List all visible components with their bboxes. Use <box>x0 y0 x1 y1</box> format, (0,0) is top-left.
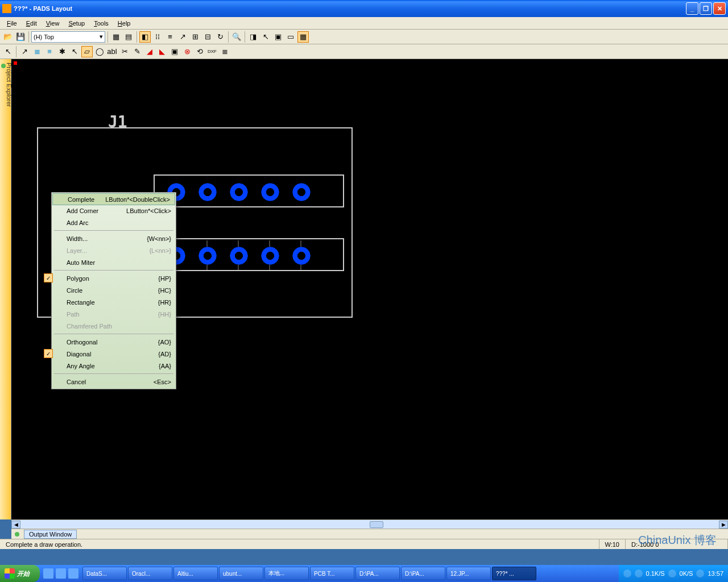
menu-tools[interactable]: Tools <box>89 18 113 28</box>
taskbar-item[interactable]: ???* ... <box>492 567 536 580</box>
ctx-chamfered: Chamfered Path <box>52 320 176 332</box>
tbtn-14[interactable]: ▦ <box>297 31 309 43</box>
tbtn-11[interactable]: ↖ <box>260 31 271 43</box>
ctx-orthogonal[interactable]: Orthogonal{AO} <box>52 336 176 348</box>
pad <box>230 247 248 265</box>
maximize-button[interactable]: ❐ <box>700 2 712 15</box>
select-icon[interactable]: ↖ <box>2 46 14 57</box>
menu-help[interactable]: Help <box>113 18 135 28</box>
menu-setup[interactable]: Setup <box>64 18 89 28</box>
ctx-diagonal[interactable]: ✓Diagonal{AD} <box>52 348 176 360</box>
tbtn-8[interactable]: ⊟ <box>202 31 213 43</box>
tbtn-9[interactable]: ↻ <box>214 31 226 43</box>
close-button[interactable]: ✕ <box>713 2 726 15</box>
menu-edit[interactable]: Edit <box>22 18 42 28</box>
workspace: Project Explorer J1 CompleteLButton*<Dou… <box>0 59 728 519</box>
tbtn-d12[interactable]: ⊗ <box>181 46 193 57</box>
ctx-complete[interactable]: CompleteLButton*<DoubleClick> <box>52 193 175 205</box>
taskbar-item[interactable]: D:\PA... <box>401 567 445 580</box>
ctx-any-angle[interactable]: Any Angle{AA} <box>52 360 176 372</box>
system-tray: 0.1K/S 0K/S 13:57 <box>619 565 728 582</box>
ctx-layer: Layer...{L<nn>} <box>52 244 176 256</box>
quick-launch-icon[interactable] <box>43 568 53 579</box>
taskbar-item[interactable]: DataS... <box>82 567 127 580</box>
layer-dropdown[interactable]: (H) Top▾ <box>31 31 105 43</box>
tbtn-d8[interactable]: ✎ <box>131 46 143 57</box>
taskbar-item[interactable]: Oracl... <box>128 567 172 580</box>
tray-icon[interactable] <box>635 569 643 577</box>
tray-icon[interactable] <box>696 569 704 577</box>
tbtn-d1[interactable]: ↗ <box>19 46 30 57</box>
tbtn-12[interactable]: ▣ <box>272 31 284 43</box>
ctx-width[interactable]: Width...{W<nn>} <box>52 232 176 244</box>
tbtn-6[interactable]: ↗ <box>177 31 188 43</box>
design-canvas[interactable]: J1 CompleteLButton*<DoubleClick> Add Cor… <box>11 59 728 519</box>
quick-launch <box>43 568 78 579</box>
text-icon[interactable]: abl <box>106 46 118 57</box>
taskbar-item[interactable]: 本地... <box>264 567 309 580</box>
pad-row-outline <box>154 238 344 271</box>
tbtn-d10[interactable]: ◣ <box>156 46 168 57</box>
taskbar-item[interactable]: ubunt... <box>219 567 263 580</box>
horizontal-scrollbar[interactable]: ◀ ▶ <box>11 519 728 529</box>
tbtn-1[interactable]: ▦ <box>110 31 122 43</box>
minimize-button[interactable]: _ <box>686 2 698 15</box>
taskbar-item[interactable]: Altiu... <box>173 567 218 580</box>
tbtn-3[interactable]: ◧ <box>139 31 151 43</box>
tbtn-13[interactable]: ▭ <box>285 31 296 43</box>
window-title: ???* - PADS Layout <box>14 5 685 12</box>
quick-launch-icon[interactable] <box>68 568 78 579</box>
tray-icon[interactable] <box>668 569 676 577</box>
tbtn-d2[interactable]: ≣ <box>31 46 43 57</box>
ctx-polygon[interactable]: ✓Polygon{HP} <box>52 272 176 284</box>
taskbar-item[interactable]: 12.JP... <box>446 567 491 580</box>
tbtn-d11[interactable]: ▣ <box>169 46 180 57</box>
start-button[interactable]: 开始 <box>0 565 40 582</box>
check-icon: ✓ <box>44 349 53 358</box>
ctx-rectangle[interactable]: Rectangle{HR} <box>52 296 176 308</box>
pad <box>292 247 311 265</box>
status-width: W:10 <box>599 539 626 549</box>
menu-view[interactable]: View <box>42 18 64 28</box>
tbtn-7[interactable]: ⊞ <box>189 31 201 43</box>
scroll-thumb[interactable] <box>370 521 383 528</box>
scroll-right-icon[interactable]: ▶ <box>719 521 728 529</box>
tbtn-4[interactable]: ⁞⁞ <box>152 31 163 43</box>
tbtn-d13[interactable]: ⟲ <box>194 46 205 57</box>
open-icon[interactable]: 📂 <box>2 31 14 43</box>
tbtn-d14[interactable]: ≣ <box>219 46 230 57</box>
shape-icon[interactable]: ▱ <box>81 46 93 57</box>
tray-icon[interactable] <box>623 569 631 577</box>
project-explorer-tab[interactable]: Project Explorer <box>0 59 11 519</box>
tbtn-d9[interactable]: ◢ <box>144 46 155 57</box>
ctx-auto-miter[interactable]: Auto Miter <box>52 256 176 268</box>
menu-bar: File Edit View Setup Tools Help <box>0 17 728 30</box>
status-dot-icon <box>15 532 19 537</box>
tbtn-d5[interactable]: ↖ <box>69 46 80 57</box>
tbtn-d6[interactable]: ◯ <box>94 46 105 57</box>
tbtn-2[interactable]: ▤ <box>123 31 134 43</box>
tbtn-d7[interactable]: ✂ <box>119 46 130 57</box>
clock: 13:57 <box>708 570 723 577</box>
save-icon[interactable]: 💾 <box>15 31 26 43</box>
pad <box>261 183 279 201</box>
ctx-add-corner[interactable]: Add CornerLButton*<Click> <box>52 205 176 217</box>
dxf-icon[interactable]: DXF <box>206 46 218 57</box>
ctx-add-arc[interactable]: Add Arc <box>52 217 176 228</box>
pad <box>261 247 279 265</box>
taskbar-item[interactable]: PCB T... <box>310 567 354 580</box>
ctx-circle[interactable]: Circle{HC} <box>52 284 176 296</box>
tbtn-d4[interactable]: ✱ <box>56 46 68 57</box>
menu-file[interactable]: File <box>2 18 22 28</box>
tbtn-d3[interactable]: ≡ <box>44 46 55 57</box>
tbtn-5[interactable]: ≡ <box>164 31 176 43</box>
scroll-left-icon[interactable]: ◀ <box>11 521 20 529</box>
pad <box>292 183 311 201</box>
output-window-tab[interactable]: Output Window <box>24 530 77 539</box>
check-icon: ✓ <box>44 273 53 282</box>
tbtn-10[interactable]: ◨ <box>247 31 259 43</box>
zoom-icon[interactable]: 🔍 <box>231 31 242 43</box>
ctx-cancel[interactable]: Cancel<Esc> <box>52 376 176 388</box>
taskbar-item[interactable]: D:\PA... <box>355 567 400 580</box>
quick-launch-icon[interactable] <box>56 568 66 579</box>
